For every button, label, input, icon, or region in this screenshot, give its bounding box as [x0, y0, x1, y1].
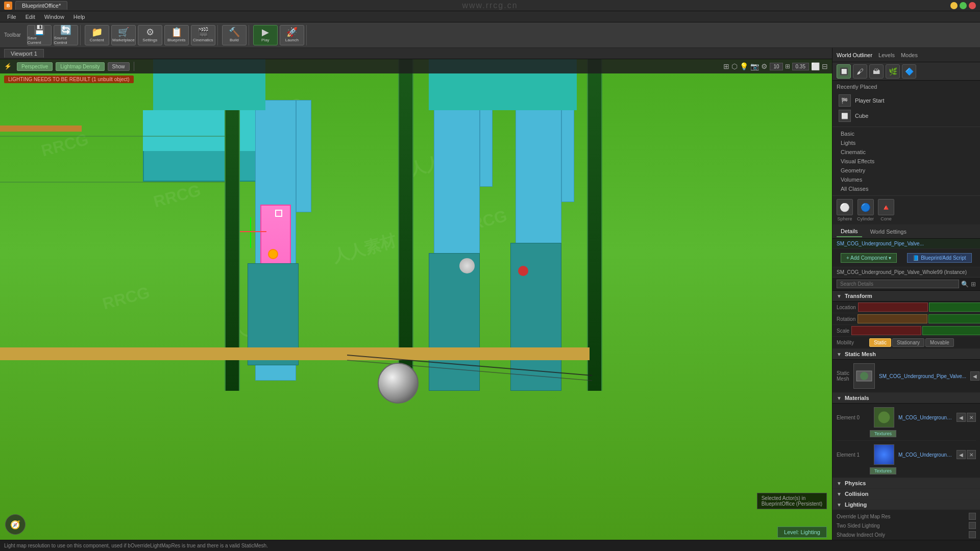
lighting-icon[interactable]: 💡: [740, 62, 748, 70]
details-search: 🔍 ⊞: [832, 278, 980, 291]
mat1-browse-btn[interactable]: ◀: [957, 450, 966, 459]
materials-section-header[interactable]: ▼ Materials: [832, 393, 980, 404]
close-button[interactable]: [969, 2, 976, 9]
menu-window[interactable]: Window: [40, 13, 68, 21]
show-button[interactable]: Show: [108, 62, 130, 71]
minimize-button[interactable]: [950, 2, 958, 9]
world-outliner-tab[interactable]: World Outliner: [837, 52, 872, 58]
grid-icon[interactable]: ⊞: [723, 62, 729, 70]
material-element-0-row: Element 0 M_COG_Underground_Pipe_Valves.…: [837, 406, 976, 429]
gizmo-arrow-x: [236, 231, 266, 232]
content-button[interactable]: 📁 Content: [85, 25, 109, 45]
nav-cube[interactable]: 🧭: [5, 514, 26, 535]
build-button[interactable]: 🔨 Build: [222, 25, 247, 45]
maximize-viewport-icon[interactable]: ⬜: [811, 62, 820, 70]
details-tab[interactable]: Details: [837, 226, 862, 237]
filter-icon[interactable]: ⊞: [971, 281, 976, 288]
physics-header[interactable]: ▼ Physics: [832, 478, 980, 488]
placed-item-cube[interactable]: ⬜ Cube: [837, 108, 976, 123]
play-button[interactable]: ▶ Play: [253, 25, 278, 45]
category-basic[interactable]: Basic: [832, 129, 980, 138]
place-mode-icon[interactable]: 🔲: [837, 64, 851, 79]
world-settings-tab[interactable]: World Settings: [866, 227, 911, 237]
search-details-input[interactable]: [837, 280, 959, 288]
app-tab[interactable]: BlueprintOffice*: [15, 1, 67, 10]
movable-button[interactable]: Movable: [925, 338, 954, 347]
mesh-browse-btn[interactable]: ◀: [970, 371, 979, 381]
category-all-classes[interactable]: All Classes: [832, 184, 980, 193]
sphere-label: Sphere: [837, 216, 852, 221]
save-current-button[interactable]: 💾 Save Current: [27, 25, 52, 45]
foliage-mode-icon[interactable]: 🌿: [886, 64, 900, 79]
pipe-blue-left-inner: [296, 100, 311, 212]
override-lightmap-checkbox[interactable]: [969, 513, 976, 520]
sphere-item[interactable]: ⚪ Sphere: [837, 199, 853, 221]
static-mesh-section-header[interactable]: ▼ Static Mesh: [832, 349, 980, 360]
category-volumes[interactable]: Volumes: [832, 175, 980, 184]
two-sided-checkbox[interactable]: [969, 522, 976, 529]
placed-item-player-start[interactable]: 🏁 Player Start: [837, 93, 976, 108]
add-component-button[interactable]: + Add Component ▾: [841, 253, 897, 263]
viewport-content[interactable]: RRCG RRCG RRCG 人人素材 RRCG 人人素材 RRCG 人人素材: [0, 59, 832, 540]
content-icon: 📁: [91, 28, 103, 37]
element-1-textures-btn[interactable]: Textures: [870, 467, 896, 474]
viewport-toolbar: ⚡ Perspective Lightmap Density Show ⊞ ⬡ …: [0, 59, 832, 73]
toolbar: Toolbar 💾 Save Current 🔄 Source Control …: [0, 22, 980, 48]
modes-tab[interactable]: Modes: [901, 52, 918, 58]
collision-header[interactable]: ▼ Collision: [832, 489, 980, 499]
speed-value[interactable]: 0.35: [792, 63, 809, 70]
stationary-button[interactable]: Stationary: [892, 338, 924, 347]
source-control-button[interactable]: 🔄 Source Control: [54, 25, 78, 45]
element-0-textures-btn[interactable]: Textures: [870, 430, 896, 437]
view-options-icon[interactable]: ⚙: [761, 62, 768, 70]
static-button[interactable]: Static: [869, 338, 891, 347]
geometry-mode-icon[interactable]: 🔷: [902, 64, 916, 79]
menu-help[interactable]: Help: [69, 13, 89, 21]
collision-section: ▼ Collision: [832, 489, 980, 499]
mat0-clear-btn[interactable]: ✕: [967, 413, 976, 422]
menu-edit[interactable]: Edit: [21, 13, 39, 21]
rotation-y-input[interactable]: 0.0: [928, 314, 980, 323]
blueprint-button[interactable]: 📘 Blueprint/Add Script: [907, 253, 971, 263]
paint-mode-icon[interactable]: 🖌: [853, 64, 867, 79]
cinematics-button[interactable]: 🎬 Cinematics: [191, 25, 215, 45]
lighting-title: Lighting: [845, 502, 867, 508]
lighting-header[interactable]: ▼ Lighting: [832, 499, 980, 510]
viewport-tab[interactable]: Viewport 1: [4, 49, 44, 58]
perspective-icon[interactable]: ⬡: [731, 62, 738, 70]
category-cinematic[interactable]: Cinematic: [832, 147, 980, 157]
location-y-input[interactable]: -10100.0: [929, 303, 980, 312]
launch-button[interactable]: 🚀 Launch: [280, 25, 304, 45]
maximize-button[interactable]: [960, 2, 967, 9]
mat0-browse-btn[interactable]: ◀: [957, 413, 966, 422]
transform-section-header[interactable]: ▼ Transform: [832, 291, 980, 302]
marketplace-button[interactable]: 🛒 Marketplace: [111, 25, 136, 45]
layout-icon[interactable]: ⊟: [822, 62, 828, 70]
rotation-x-input[interactable]: -179.991: [857, 314, 927, 323]
scale-x-input[interactable]: 1.125: [851, 326, 921, 335]
settings-button[interactable]: ⚙ Settings: [138, 25, 162, 45]
cylinder-item[interactable]: 🔵 Cylinder: [857, 199, 874, 221]
camera-icon[interactable]: 📷: [750, 62, 759, 70]
cinematics-label: Cinematics: [193, 38, 213, 42]
component-path: SM_COG_Underground_Pipe_Valve...: [837, 241, 976, 246]
category-geometry[interactable]: Geometry: [832, 166, 980, 175]
scale-y-input[interactable]: 1.125: [922, 326, 980, 335]
category-visual-effects[interactable]: Visual Effects: [832, 157, 980, 166]
mat1-clear-btn[interactable]: ✕: [967, 450, 976, 459]
menu-file[interactable]: File: [3, 13, 20, 21]
element-1-actions: ◀ ✕: [957, 450, 976, 459]
location-x-input[interactable]: 810.0: [858, 303, 928, 312]
static-mesh-content: Static Mesh SM_COG_Underground_Pipe_Valv…: [832, 360, 980, 393]
landscape-mode-icon[interactable]: 🏔: [869, 64, 884, 79]
blueprints-button[interactable]: 📋 Blueprints: [164, 25, 189, 45]
levels-tab[interactable]: Levels: [878, 52, 895, 58]
menubar: File Edit Window Help: [0, 11, 980, 22]
category-lights[interactable]: Lights: [832, 138, 980, 147]
grid-size[interactable]: 10: [770, 63, 782, 70]
shadow-indirect-checkbox[interactable]: [969, 531, 976, 538]
cone-item[interactable]: 🔺 Cone: [878, 199, 894, 221]
save-label: Save Current: [28, 36, 51, 45]
perspective-button[interactable]: Perspective: [17, 62, 53, 71]
lightmap-density-button[interactable]: Lightmap Density: [56, 62, 104, 71]
